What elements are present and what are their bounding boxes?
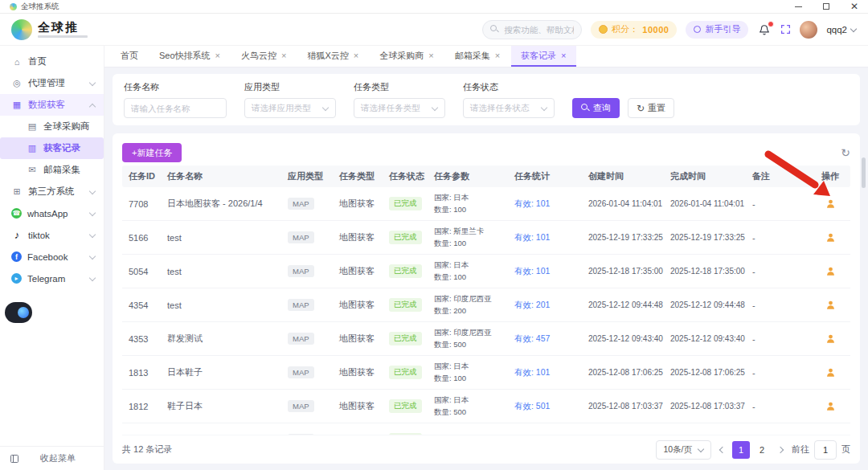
cell-stats: 有效: 101 bbox=[508, 198, 582, 210]
total-records: 共 12 条记录 bbox=[122, 443, 172, 456]
sidebar-item-label: Telegram bbox=[27, 274, 65, 284]
cell-created-time: 2025-12-12 09:43:40 bbox=[582, 334, 664, 343]
cell-params: 国家: 印度尼西亚数量: 500 bbox=[428, 327, 508, 350]
avatar[interactable] bbox=[800, 21, 817, 39]
tab-huoniao[interactable]: 火鸟云控× bbox=[231, 46, 296, 67]
filter-label: 任务名称 bbox=[124, 81, 227, 93]
fullscreen-icon[interactable] bbox=[780, 24, 791, 35]
column-header: 应用类型 bbox=[281, 170, 333, 182]
page-list: 12 bbox=[732, 441, 771, 459]
sidebar-item-agent-manage[interactable]: ◎代理管理 bbox=[0, 72, 104, 94]
guide-button[interactable]: 新手引导 bbox=[686, 21, 748, 39]
page-button-2[interactable]: 2 bbox=[753, 441, 771, 459]
action-user-icon[interactable] bbox=[825, 232, 836, 243]
table-row: 1812鞋子日本MAP地图获客已完成国家: 日本数量: 500有效: 50120… bbox=[122, 390, 850, 423]
goto-page-input[interactable] bbox=[814, 440, 837, 460]
stat-label: 有效: bbox=[514, 266, 536, 276]
maximize-icon[interactable] bbox=[823, 3, 829, 10]
sidebar-item-global-buyers[interactable]: ▤全球采购商 bbox=[0, 116, 104, 137]
assistant-orb-icon bbox=[18, 307, 29, 318]
minimize-icon[interactable] bbox=[795, 6, 802, 7]
collapse-menu-button[interactable]: 收起菜单 bbox=[0, 446, 104, 470]
column-header: 任务名称 bbox=[161, 170, 281, 182]
cell-stats: 有效: 101 bbox=[508, 266, 582, 277]
sidebar-item-third-party[interactable]: ⊞第三方系统 bbox=[0, 181, 104, 202]
sidebar-item-telegram[interactable]: ▸Telegram bbox=[0, 268, 104, 289]
param-country: 国家: 印度尼西亚 bbox=[434, 327, 508, 338]
task-table-panel: +新建任务 ↻ 任务ID任务名称应用类型任务类型任务状态任务参数任务统计创建时间… bbox=[113, 133, 860, 464]
cell-remark: - bbox=[746, 233, 810, 243]
tab-buyers[interactable]: 全球采购商× bbox=[370, 46, 443, 67]
tab-label: 全球采购商 bbox=[379, 50, 424, 62]
action-user-icon[interactable] bbox=[825, 300, 836, 310]
sidebar-item-home[interactable]: ⌂首页 bbox=[0, 51, 104, 72]
filter-group-app-type: 应用类型请选择应用类型 bbox=[244, 81, 336, 118]
cell-finished-time: 2025-12-08 17:06:25 bbox=[664, 368, 746, 377]
tab-close-icon[interactable]: × bbox=[354, 51, 358, 60]
refresh-icon[interactable]: ↻ bbox=[841, 147, 850, 158]
tab-close-icon[interactable]: × bbox=[215, 51, 220, 60]
tab-home[interactable]: 首页 bbox=[111, 46, 148, 67]
action-user-icon[interactable] bbox=[825, 198, 836, 209]
action-user-icon[interactable] bbox=[825, 367, 836, 378]
user-menu[interactable]: qqq2 bbox=[826, 25, 857, 35]
page-size-select[interactable]: 10条/页 bbox=[656, 440, 711, 460]
stat-label: 有效: bbox=[514, 232, 536, 242]
tab-label: 猎狐X云控 bbox=[307, 50, 348, 62]
action-user-icon[interactable] bbox=[825, 401, 836, 411]
brand-logo-icon bbox=[11, 19, 32, 40]
tab-close-icon[interactable]: × bbox=[561, 51, 566, 60]
sidebar-item-data-acquire[interactable]: ▦数据获客 bbox=[0, 94, 104, 116]
cell-task-id: 1812 bbox=[122, 402, 161, 411]
globe-icon: ◎ bbox=[11, 78, 23, 89]
sidebar-item-whatsapp[interactable]: ☎whatsApp bbox=[0, 202, 104, 224]
tab-close-icon[interactable]: × bbox=[281, 51, 286, 60]
points-badge: 积分： 10000 bbox=[591, 21, 677, 39]
cell-created-time: 2025-12-12 09:44:48 bbox=[582, 300, 664, 309]
close-icon[interactable]: ✕ bbox=[850, 2, 858, 11]
new-task-button[interactable]: +新建任务 bbox=[122, 143, 182, 162]
query-button[interactable]: 查询 bbox=[572, 98, 620, 118]
next-page-button[interactable] bbox=[778, 447, 784, 453]
select-placeholder: 请选择应用类型 bbox=[252, 103, 311, 114]
tab-records[interactable]: 获客记录× bbox=[511, 46, 575, 67]
chat-widget[interactable] bbox=[5, 302, 32, 323]
tab-seo[interactable]: Seo快排系统× bbox=[149, 46, 230, 67]
param-count: 数量: 100 bbox=[434, 272, 508, 283]
cell-params: 国家: 日本数量: 500 bbox=[428, 394, 508, 418]
sidebar-item-tiktok[interactable]: ♪tiktok bbox=[0, 224, 104, 246]
search-icon bbox=[490, 25, 499, 34]
sidebar-item-email-collect[interactable]: ✉邮箱采集 bbox=[0, 159, 104, 181]
table-row: 1813日本鞋子MAP地图获客已完成国家: 日本数量: 100有效: 10120… bbox=[122, 356, 850, 390]
page-button-1[interactable]: 1 bbox=[732, 441, 750, 459]
tab-close-icon[interactable]: × bbox=[495, 51, 500, 60]
mail-icon: ✉ bbox=[27, 165, 38, 176]
filter-select-task-type[interactable]: 请选择任务类型 bbox=[354, 98, 445, 118]
cell-status: 已完成 bbox=[383, 298, 428, 312]
cell-stats: 有效: 457 bbox=[508, 333, 582, 345]
filter-select-task-status[interactable]: 请选择任务状态 bbox=[463, 98, 555, 118]
notifications-button[interactable] bbox=[757, 22, 772, 37]
search-icon bbox=[581, 104, 590, 112]
reset-button[interactable]: ↻ 重置 bbox=[628, 98, 674, 118]
chevron-down-icon bbox=[850, 27, 857, 33]
table-footer: 共 12 条记录 10条/页 12 前往 bbox=[122, 435, 850, 464]
action-user-icon[interactable] bbox=[825, 266, 836, 276]
action-user-icon[interactable] bbox=[825, 333, 836, 344]
scrollbar-thumb[interactable] bbox=[862, 157, 866, 188]
filter-select-app-type[interactable]: 请选择应用类型 bbox=[244, 98, 336, 118]
global-search[interactable] bbox=[482, 20, 582, 39]
param-country: 国家: 斯里兰卡 bbox=[434, 226, 508, 237]
cell-app-type: MAP bbox=[281, 366, 333, 378]
filter-input-task-name[interactable] bbox=[124, 98, 227, 118]
prev-page-button[interactable] bbox=[719, 447, 725, 453]
search-input[interactable] bbox=[504, 25, 574, 35]
tab-liehu[interactable]: 猎狐X云控× bbox=[297, 46, 368, 67]
column-header: 创建时间 bbox=[582, 170, 664, 182]
tab-close-icon[interactable]: × bbox=[428, 51, 433, 60]
cell-remark: - bbox=[746, 334, 810, 344]
tab-email[interactable]: 邮箱采集× bbox=[445, 46, 510, 67]
sidebar-item-facebook[interactable]: fFacebook bbox=[0, 246, 104, 268]
cell-finished-time: 2025-12-19 17:33:25 bbox=[664, 233, 746, 242]
sidebar-item-acquire-records[interactable]: ▥获客记录 bbox=[0, 137, 104, 159]
